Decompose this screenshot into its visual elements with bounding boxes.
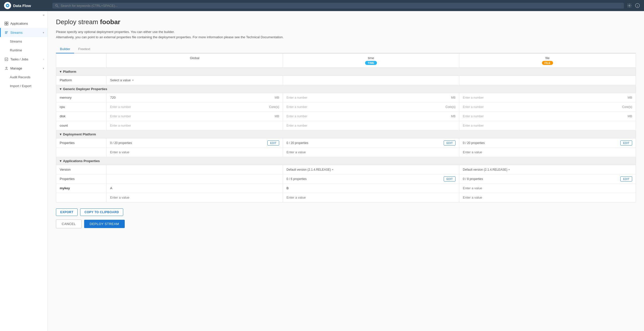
col-global-header: Global (107, 54, 283, 67)
memory-file-cell[interactable]: MB (459, 93, 636, 102)
memory-file-input[interactable] (463, 96, 627, 99)
memory-label: memory (56, 93, 107, 102)
sidebar-item-applications[interactable]: Applications (0, 19, 48, 28)
bottom-actions: EXPORT COPY TO CLIPBOARD CANCEL DEPLOY S… (56, 208, 636, 228)
app-logo: Data Flow (4, 2, 49, 9)
app-enter-time-cell[interactable] (283, 193, 459, 202)
cpu-global-cell[interactable]: Core(s) (107, 102, 283, 112)
cpu-time-input[interactable] (286, 105, 444, 109)
disk-time-input[interactable] (286, 114, 450, 118)
count-global-input[interactable] (110, 124, 279, 127)
deploy-props-global-count: 0 / 20 properties (110, 141, 132, 145)
column-headers: Global time TIME file FILE (56, 54, 636, 68)
clipboard-button[interactable]: COPY TO CLIPBOARD (80, 208, 123, 216)
section-generic-deployer: ▾ Generic Deployer Properties (56, 85, 636, 93)
count-file-input[interactable] (463, 124, 632, 127)
tab-freetext[interactable]: Freetext (74, 45, 94, 53)
deploy-enter-file-input[interactable] (463, 150, 632, 154)
platform-global-cell[interactable]: Select a value ▾ (107, 76, 283, 85)
version-time-cell[interactable]: Default version (2.1.4.RELEASE) ▾ (283, 165, 459, 174)
app-props-time-edit[interactable]: EDIT (444, 176, 456, 181)
chevron-down-icon: ▾ (60, 159, 61, 163)
count-file-cell[interactable] (459, 121, 636, 130)
info-icon[interactable] (635, 3, 640, 8)
sidebar-item-streams-sub[interactable]: Streams (0, 37, 48, 46)
mykey-time-cell[interactable]: B (283, 184, 459, 193)
app-props-row: Properties 0 / 6 properties EDIT 0 / 8 p… (56, 174, 636, 184)
disk-global-cell[interactable]: MB (107, 112, 283, 121)
export-button[interactable]: EXPORT (56, 208, 78, 216)
version-time-select[interactable]: Default version (2.1.4.RELEASE) ▾ (286, 168, 333, 171)
sidebar-item-tasks[interactable]: Tasks / Jobs › (0, 55, 48, 64)
platform-label: Platform (56, 76, 107, 85)
deploy-row: CANCEL DEPLOY STREAM (56, 219, 636, 228)
svg-rect-7 (5, 22, 6, 23)
deploy-props-global-edit[interactable]: EDIT (267, 140, 279, 145)
platform-select[interactable]: Select a value ▾ (110, 78, 134, 82)
disk-global-input[interactable] (110, 114, 274, 118)
sidebar-item-manage[interactable]: Manage ▾ (0, 64, 48, 73)
disk-file-input[interactable] (463, 114, 627, 118)
version-file-select[interactable]: Default version (2.1.4.RELEASE) ▾ (463, 168, 510, 171)
disk-global-unit: MB (275, 115, 279, 118)
grid-icon (4, 21, 8, 25)
version-file-cell[interactable]: Default version (2.1.4.RELEASE) ▾ (459, 165, 636, 174)
cpu-file-cell[interactable]: Core(s) (459, 102, 636, 112)
svg-rect-10 (7, 24, 8, 25)
deploy-enter-time-cell[interactable] (283, 148, 459, 157)
memory-time-cell[interactable]: MB (283, 93, 459, 102)
topbar-actions (627, 3, 640, 8)
mykey-label: mykey (56, 184, 107, 193)
app-enter-global-cell[interactable] (107, 193, 283, 202)
sidebar-item-audit[interactable]: Audit Records (0, 73, 48, 82)
app-enter-global-input[interactable] (110, 196, 279, 199)
app-props-file-edit[interactable]: EDIT (620, 176, 632, 181)
search-bar[interactable] (52, 3, 624, 9)
settings-icon[interactable] (627, 3, 632, 8)
sidebar-item-runtime[interactable]: Runtime (0, 46, 48, 55)
cpu-global-unit: Core(s) (269, 105, 279, 109)
sidebar-toggle[interactable]: « (0, 11, 48, 19)
app-enter-time-input[interactable] (286, 196, 456, 199)
cpu-file-input[interactable] (463, 105, 621, 109)
deploy-button[interactable]: DEPLOY STREAM (84, 220, 125, 228)
cancel-button[interactable]: CANCEL (56, 219, 82, 228)
chevron-down-icon: ▾ (508, 168, 510, 171)
count-time-input[interactable] (286, 124, 456, 127)
mykey-global-cell[interactable]: A (107, 184, 283, 193)
app-enter-file-input[interactable] (463, 196, 632, 199)
mykey-file-cell[interactable] (459, 184, 636, 193)
deploy-props-time-edit[interactable]: EDIT (444, 140, 456, 145)
count-global-cell[interactable] (107, 121, 283, 130)
disk-time-unit: MB (451, 115, 456, 118)
deploy-enter-global-cell[interactable] (107, 148, 283, 157)
app-enter-file-cell[interactable] (459, 193, 636, 202)
deploy-props-file-edit[interactable]: EDIT (620, 140, 632, 145)
streams-icon (4, 30, 8, 34)
search-input[interactable] (61, 4, 621, 8)
memory-time-input[interactable] (286, 96, 450, 99)
disk-time-cell[interactable]: MB (283, 112, 459, 121)
tab-builder[interactable]: Builder (56, 45, 74, 53)
sidebar-item-label: Runtime (10, 48, 44, 52)
mykey-file-input[interactable] (463, 186, 632, 190)
memory-global-cell[interactable]: MB (107, 93, 283, 102)
sidebar-item-streams[interactable]: Streams ▾ (0, 28, 48, 37)
sidebar-item-import-export[interactable]: Import / Export (0, 82, 48, 90)
count-time-cell[interactable] (283, 121, 459, 130)
sidebar-item-label: Manage (10, 66, 41, 70)
cpu-time-cell[interactable]: Core(s) (283, 102, 459, 112)
memory-global-input[interactable] (110, 96, 274, 99)
deploy-enter-global-input[interactable] (110, 150, 279, 154)
svg-point-12 (6, 67, 7, 68)
platform-row: Platform Select a value ▾ (56, 76, 636, 85)
chevron-right-icon: › (43, 58, 44, 61)
version-global-cell (107, 165, 283, 174)
main-content: Deploy stream foobar Please specify any … (48, 11, 644, 331)
count-label: count (56, 121, 107, 130)
disk-file-cell[interactable]: MB (459, 112, 636, 121)
cpu-global-input[interactable] (110, 105, 268, 109)
chevron-down-icon: ▾ (60, 87, 61, 91)
deploy-enter-file-cell[interactable] (459, 148, 636, 157)
deploy-enter-time-input[interactable] (286, 150, 456, 154)
